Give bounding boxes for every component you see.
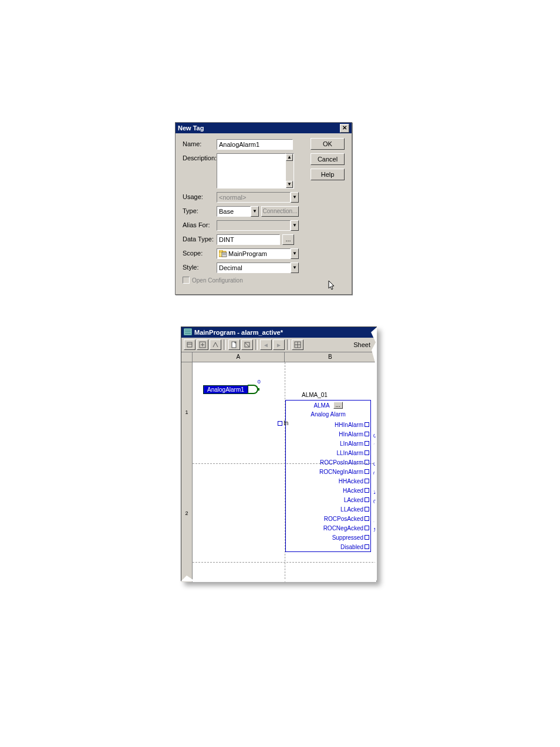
toolbar-btn-2[interactable] [197, 339, 208, 350]
fbd-window: MainProgram - alarm_active* ◄ ► Sheet [181, 327, 377, 581]
fbd-toolbar: ◄ ► Sheet [181, 338, 376, 352]
usage-label: Usage: [183, 192, 217, 200]
datatype-label: Data Type: [183, 234, 217, 243]
toolbar-btn-5[interactable] [241, 339, 253, 350]
help-button[interactable]: Help [311, 169, 345, 180]
fbd-titlebar: MainProgram - alarm_active* [181, 327, 376, 338]
program-icon [219, 250, 227, 257]
alma-pin-llinalarm[interactable]: LLInAlarm0 [286, 448, 370, 457]
scope-select[interactable]: MainProgram [217, 248, 291, 259]
alma-pins: In HHInAlarm0 HInAlarm0 LInAlarm1 LLInAl… [286, 420, 370, 551]
alma-pin-suppressed[interactable]: Suppressed0 [286, 533, 370, 542]
tag-pin-value: 0 [258, 379, 261, 385]
toolbar-new-icon[interactable] [228, 339, 240, 350]
alma-pin-hhinalarm[interactable]: HHInAlarm0 [286, 420, 370, 429]
alma-pin-disabled[interactable]: Disabled0 [286, 542, 370, 551]
open-config-row: Open Configuration [183, 277, 345, 284]
style-dropdown-icon[interactable]: ▼ [291, 263, 299, 273]
cancel-button[interactable]: Cancel [311, 153, 345, 165]
scope-value: MainProgram [228, 250, 267, 257]
type-select[interactable]: Base [217, 206, 251, 217]
type-dropdown-icon[interactable]: ▼ [251, 206, 259, 217]
scope-label: Scope: [183, 248, 217, 257]
aliasfor-dropdown-icon: ▼ [291, 220, 299, 231]
svg-rect-9 [187, 342, 192, 347]
fbd-title-text: MainProgram - alarm_active* [194, 329, 283, 336]
fbd-canvas[interactable]: AnalogAlarm1 0 ALMA_01 ALMA ... Analog [193, 362, 376, 582]
sheet-label[interactable]: Sheet [350, 341, 374, 348]
description-label: Description: [183, 153, 217, 161]
ok-button[interactable]: OK [311, 138, 345, 150]
alma-pin-rocnegacked[interactable]: ROCNegAcked1 [286, 523, 370, 533]
datatype-input[interactable] [217, 234, 280, 245]
alma-pin-rocposinalarm[interactable]: ROCPosInAlarm0 [286, 457, 370, 467]
connection-button: Connection... [261, 206, 299, 217]
alma-pin-rocneginalarm[interactable]: ROCNegInAlarm0 [286, 467, 370, 476]
dialog-buttons: OK Cancel Help [311, 138, 345, 180]
toolbar-sep-1 [224, 339, 226, 350]
row-gutter: 1 2 [181, 362, 193, 582]
alma-block[interactable]: ALMA ... Analog Alarm In HHInAlarm0 HInA… [285, 400, 371, 552]
open-config-label: Open Configuration [192, 277, 243, 284]
close-icon[interactable]: ✕ [340, 124, 349, 133]
col-a-header: A [193, 352, 285, 362]
toolbar-back-icon[interactable]: ◄ [260, 339, 272, 350]
name-label: Name: [183, 139, 217, 147]
svg-line-16 [245, 342, 249, 347]
datatype-browse-button[interactable]: ... [282, 234, 294, 245]
column-header: A B [181, 352, 376, 362]
description-textarea[interactable] [217, 153, 286, 189]
usage-dropdown-icon: ▼ [291, 192, 299, 203]
alma-instance-name: ALMA_01 [302, 392, 328, 398]
alma-pin-rocposacked[interactable]: ROCPosAcked1 [286, 514, 370, 523]
scroll-up-icon[interactable]: ▲ [286, 154, 293, 161]
alma-desc: Analog Alarm [286, 410, 370, 420]
toolbar-grid-icon[interactable] [292, 339, 303, 350]
open-config-checkbox [183, 277, 190, 284]
scope-dropdown-icon[interactable]: ▼ [291, 248, 299, 259]
dialog-body: OK Cancel Help Name: Description: ▲ ▼ [176, 133, 352, 287]
description-scrollbar[interactable]: ▲ ▼ [286, 153, 294, 189]
grid-hline-2 [193, 562, 376, 563]
toolbar-fwd-icon[interactable]: ► [273, 339, 285, 350]
style-label: Style: [183, 263, 217, 271]
dialog-titlebar: New Tag ✕ [176, 123, 352, 133]
toolbar-sep-3 [287, 339, 289, 350]
scroll-down-icon[interactable]: ▼ [286, 181, 293, 188]
tag-output-pin[interactable]: 0 [248, 385, 258, 394]
aliasfor-select [217, 220, 291, 231]
row-2-label: 2 [181, 510, 192, 516]
type-label: Type: [183, 206, 217, 214]
alma-pin-hinalarm[interactable]: HInAlarm0 [286, 429, 370, 439]
toolbar-sep-2 [255, 339, 258, 350]
tag-reference-name: AnalogAlarm1 [203, 385, 248, 394]
alma-type-label: ALMA [313, 402, 329, 409]
row-1-label: 1 [181, 409, 192, 415]
new-tag-dialog: New Tag ✕ OK Cancel Help Name: Descripti… [175, 122, 352, 295]
name-input[interactable] [217, 139, 293, 150]
style-select[interactable]: Decimal [217, 263, 291, 273]
svg-rect-1 [219, 250, 222, 252]
alma-config-button[interactable]: ... [333, 402, 343, 409]
alma-pin-llacked[interactable]: LLAcked1 [286, 504, 370, 514]
alma-pin-hhacked[interactable]: HHAcked1 [286, 476, 370, 486]
toolbar-btn-1[interactable] [184, 339, 195, 350]
toolbar-btn-3[interactable] [210, 339, 221, 350]
dialog-title-text: New Tag [178, 124, 204, 132]
alma-pin-hacked[interactable]: HAcked1 [286, 486, 370, 495]
fbd-title-icon [184, 328, 192, 337]
aliasfor-label: Alias For: [183, 220, 217, 228]
cursor-icon [328, 280, 336, 292]
tag-reference[interactable]: AnalogAlarm1 0 [203, 385, 258, 394]
alma-pin-lacked[interactable]: LAcked0 [286, 495, 370, 504]
col-b-header: B [285, 352, 377, 362]
alma-pin-linalarm[interactable]: LInAlarm1 [286, 439, 370, 448]
usage-select: <normal> [217, 192, 291, 203]
